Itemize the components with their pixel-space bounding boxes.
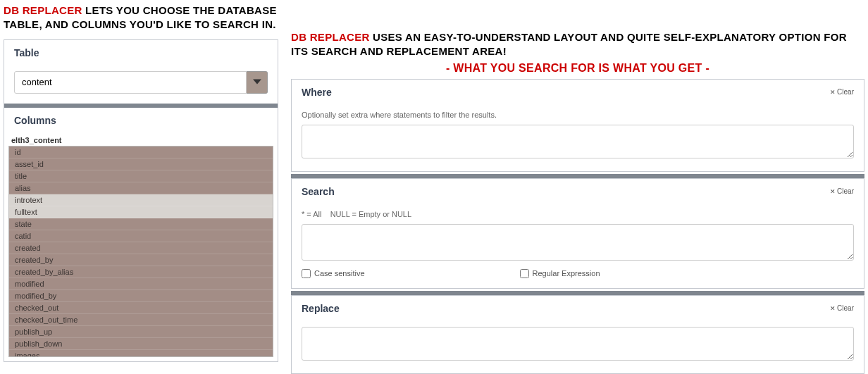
right-intro-text: DB Replacer uses an easy-to-understand l… [291,30,864,59]
column-option[interactable]: fulltext [9,206,273,218]
column-option[interactable]: introtext [9,194,273,206]
replace-header: Replace [302,303,340,314]
columns-header: Columns [4,108,278,133]
column-option[interactable]: images [9,350,273,357]
columns-listbox[interactable]: idasset_idtitlealiasintrotextfulltextsta… [8,146,273,357]
replace-textarea[interactable] [302,327,854,361]
column-option[interactable]: checked_out_time [9,314,273,326]
chevron-down-icon [253,76,261,89]
column-option[interactable]: checked_out [9,302,273,314]
table-select-toggle[interactable] [247,71,268,94]
brand-right: DB Replacer [291,31,370,43]
search-hint: * = All NULL = Empty or NULL [302,210,854,218]
replace-clear-button[interactable]: Clear [830,304,854,312]
search-textarea[interactable] [302,224,854,261]
table-header: Table [4,40,278,66]
where-hint: Optionally set extra where statements to… [302,111,854,119]
table-columns-panel: Table Columns elth3_content idasset_idti… [4,39,278,362]
where-header: Where [302,87,332,98]
left-intro-text: DB Replacer lets you choose the database… [4,4,278,32]
where-panel: Where Clear Optionally set extra where s… [291,79,864,172]
search-panel: Search Clear * = All NULL = Empty or NUL… [291,178,864,289]
regex-checkbox[interactable] [520,269,529,278]
where-clear-button[interactable]: Clear [830,88,854,96]
regex-label: Regular Expression [533,269,600,278]
column-option[interactable]: created_by_alias [9,266,273,278]
columns-table-name: elth3_content [4,133,278,146]
column-option[interactable]: title [9,170,273,182]
table-select-input[interactable] [14,71,247,94]
column-option[interactable]: asset_id [9,158,273,170]
column-option[interactable]: catid [9,230,273,242]
case-sensitive-checkbox[interactable] [302,269,311,278]
column-option[interactable]: publish_up [9,326,273,338]
column-option[interactable]: modified_by [9,290,273,302]
tagline: - What you search for is what you get - [291,62,864,75]
case-sensitive-checkbox-label[interactable]: Case sensitive [302,269,365,278]
column-option[interactable]: state [9,218,273,230]
right-intro-rest: uses an easy-to-understand layout and qu… [291,31,847,57]
column-option[interactable]: created_by [9,254,273,266]
brand-left: DB Replacer [4,4,82,16]
case-sensitive-label: Case sensitive [314,269,365,278]
search-header: Search [302,186,335,197]
column-option[interactable]: alias [9,182,273,194]
column-option[interactable]: created [9,242,273,254]
column-option[interactable]: id [9,147,273,158]
column-option[interactable]: publish_down [9,338,273,350]
column-option[interactable]: modified [9,278,273,290]
replace-panel: Replace Clear [291,295,864,374]
where-textarea[interactable] [302,125,854,158]
search-clear-button[interactable]: Clear [830,187,854,195]
regex-checkbox-label[interactable]: Regular Expression [520,269,600,278]
